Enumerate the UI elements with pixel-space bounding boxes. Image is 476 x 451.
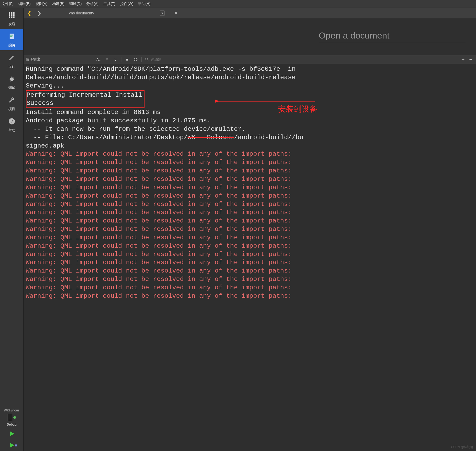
svg-text:?: ? — [10, 119, 13, 124]
menu-edit[interactable]: 编辑(E) — [18, 2, 31, 6]
sidebar-item-design[interactable]: 设计 — [0, 50, 23, 72]
menu-tools[interactable]: 工具(T) — [103, 2, 115, 6]
svg-rect-3 — [9, 14, 10, 16]
svg-rect-2 — [13, 12, 14, 14]
gear-icon — [133, 57, 138, 62]
highlight-box: Performing Incremental InstallSuccess — [26, 90, 145, 108]
output-title: 编译输出 — [26, 57, 94, 62]
wrench-icon — [8, 96, 15, 105]
document-dropdown[interactable] — [160, 10, 165, 16]
output-header: 编译输出 A↓ ^ v ■ + − — [24, 55, 476, 64]
svg-rect-1 — [11, 12, 12, 14]
sidebar-label: 设计 — [8, 64, 15, 69]
run-button[interactable] — [0, 428, 23, 439]
document-title: <no document> — [45, 11, 158, 15]
menu-analyze[interactable]: 分析(A) — [86, 2, 99, 6]
sidebar-item-debug[interactable]: 调试 — [0, 72, 23, 93]
status-dot-icon — [13, 416, 16, 419]
annotation-arrow-icon — [215, 93, 320, 109]
sidebar-item-project[interactable]: 项目 — [0, 93, 23, 114]
open-document-hint: Open a document — [319, 30, 466, 43]
filter-box[interactable] — [145, 57, 202, 62]
svg-rect-4 — [11, 14, 12, 16]
svg-point-18 — [146, 58, 148, 60]
run-debug-button[interactable] — [0, 439, 23, 451]
menu-view[interactable]: 视图(V) — [35, 2, 48, 6]
stop-button[interactable]: ■ — [124, 56, 131, 63]
kit-selector[interactable]: WKFurious Debug — [0, 409, 23, 428]
zoom-out-button[interactable]: − — [468, 57, 474, 63]
svg-rect-10 — [10, 35, 13, 35]
svg-rect-12 — [10, 36, 12, 37]
phone-icon — [8, 414, 12, 421]
nav-back-button[interactable]: ❮ — [26, 10, 33, 16]
pencil-icon — [8, 54, 15, 63]
collapse-button[interactable]: v — [112, 56, 119, 63]
menu-bar: 文件(F) 编辑(E) 视图(V) 构建(B) 调试(D) 分析(A) 工具(T… — [0, 0, 476, 8]
settings-button[interactable] — [132, 56, 139, 63]
menu-help[interactable]: 帮助(H) — [138, 2, 150, 6]
sidebar-label: 项目 — [8, 107, 15, 111]
search-icon — [145, 57, 149, 62]
bug-icon — [8, 75, 15, 84]
svg-rect-6 — [9, 17, 10, 18]
sidebar-label: 帮助 — [8, 128, 15, 133]
svg-rect-11 — [10, 36, 13, 36]
watermark: CSDN @林鸿群 — [451, 445, 473, 449]
svg-point-17 — [135, 59, 136, 60]
svg-rect-8 — [13, 17, 14, 18]
document-nav-bar: ❮ ❯ <no document> ✕ — [24, 8, 476, 18]
nav-forward-button[interactable]: ❯ — [35, 10, 43, 16]
filter-input[interactable] — [151, 57, 202, 62]
menu-controls[interactable]: 控件(W) — [120, 2, 133, 6]
sidebar-label: 欢迎 — [8, 22, 15, 26]
question-icon: ? — [8, 118, 15, 126]
menu-debug[interactable]: 调试(D) — [69, 2, 82, 6]
sidebar-item-editor[interactable]: 编辑 — [0, 29, 23, 50]
svg-rect-5 — [13, 14, 14, 16]
sidebar-label: 调试 — [8, 85, 15, 90]
sidebar-item-welcome[interactable]: 欢迎 — [0, 8, 23, 29]
editor-area: Open a document — [24, 18, 476, 55]
left-sidebar: 欢迎 编辑 设计 调试 — [0, 8, 24, 451]
svg-point-16 — [15, 444, 17, 447]
kit-name: WKFurious — [4, 409, 19, 412]
menu-build[interactable]: 构建(B) — [52, 2, 65, 6]
build-mode: Debug — [7, 423, 17, 426]
expand-button[interactable]: ^ — [103, 56, 111, 63]
document-icon — [8, 33, 15, 41]
bug-overlay-icon — [14, 443, 18, 448]
grid-icon — [8, 12, 15, 20]
menu-file[interactable]: 文件(F) — [2, 2, 14, 6]
sidebar-item-help[interactable]: ? 帮助 — [0, 114, 23, 135]
svg-rect-7 — [11, 17, 12, 18]
svg-rect-0 — [9, 12, 10, 14]
document-close-button[interactable]: ✕ — [172, 10, 179, 16]
sort-button[interactable]: A↓ — [95, 56, 102, 63]
sidebar-label: 编辑 — [8, 43, 15, 48]
compile-output[interactable]: Running command "C:/Android/SDK/platform… — [24, 64, 476, 451]
zoom-in-button[interactable]: + — [460, 57, 466, 63]
